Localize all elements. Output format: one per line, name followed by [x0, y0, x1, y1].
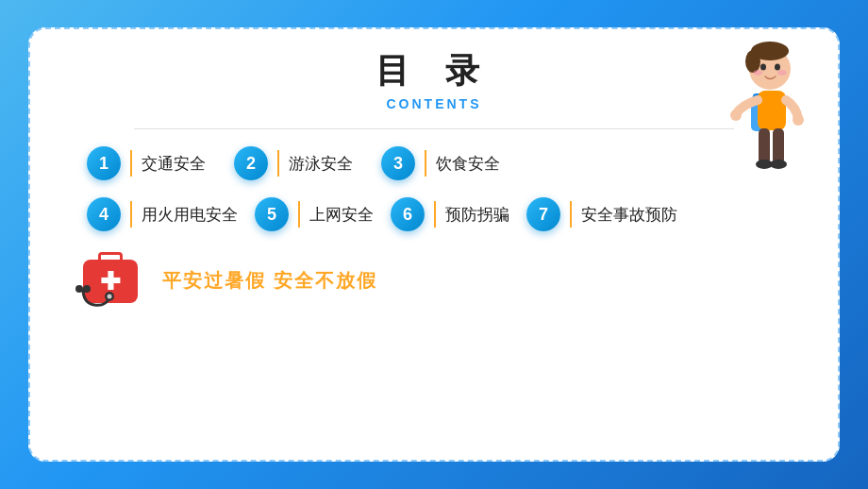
row1: 1 交通安全 2 游泳安全 3 饮食安全: [58, 146, 810, 180]
boy-character: [706, 39, 810, 180]
svg-point-19: [83, 285, 91, 293]
item-divider: [277, 150, 279, 177]
item-label-r2-3: 预防拐骗: [445, 204, 509, 226]
row2-item-3: 6 预防拐骗: [391, 197, 509, 231]
footer-text: 平安过暑假 安全不放假: [162, 268, 377, 294]
item-divider: [434, 201, 436, 228]
svg-point-2: [745, 50, 760, 73]
row1-item-3: 3 饮食安全: [381, 146, 500, 180]
item-divider: [298, 201, 300, 228]
num-circle-1: 1: [87, 146, 121, 180]
item-label-1: 交通安全: [142, 153, 206, 175]
row2: 4 用火用电安全 5 上网安全 6 预防拐骗 7 安全事故预防: [58, 197, 810, 231]
title-en: CONTENTS: [376, 96, 492, 111]
num-circle-7: 7: [526, 197, 560, 231]
item-label-r2-2: 上网安全: [309, 204, 374, 226]
row2-item-1: 4 用火用电安全: [87, 197, 238, 231]
item-label-r2-1: 用火用电安全: [142, 204, 238, 226]
svg-rect-13: [773, 128, 784, 164]
title-divider: [134, 128, 735, 129]
svg-point-3: [753, 70, 762, 76]
num-circle-2: 2: [234, 146, 268, 180]
svg-point-17: [108, 295, 112, 299]
svg-point-4: [777, 70, 787, 76]
svg-point-5: [760, 64, 766, 71]
row2-item-2: 5 上网安全: [255, 197, 374, 231]
item-divider: [425, 150, 426, 177]
main-card: 目 录 CONTENTS 1 交通安全 2 游泳安全 3 饮食安全 4 用火用电…: [28, 27, 840, 462]
svg-point-18: [75, 285, 83, 293]
row2-item-4: 7 安全事故预防: [526, 197, 677, 231]
kit-icon: ✚: [77, 252, 143, 309]
svg-point-11: [793, 114, 804, 126]
title-zh: 目 录: [376, 48, 492, 94]
item-label-2: 游泳安全: [289, 153, 353, 175]
svg-rect-9: [758, 91, 786, 130]
title-section: 目 录 CONTENTS: [376, 48, 492, 111]
num-circle-4: 4: [87, 197, 121, 231]
item-divider: [130, 150, 132, 177]
num-circle-3: 3: [381, 146, 415, 180]
item-label-3: 饮食安全: [436, 153, 500, 175]
row1-item-1: 1 交通安全: [87, 146, 206, 180]
num-circle-5: 5: [255, 197, 289, 231]
svg-point-15: [770, 160, 787, 169]
item-divider: [570, 201, 572, 228]
row1-item-2: 2 游泳安全: [234, 146, 353, 180]
item-divider: [130, 201, 132, 228]
num-circle-6: 6: [391, 197, 425, 231]
footer-row: ✚ 平安过暑假 安全不放假: [58, 252, 810, 309]
item-label-r2-4: 安全事故预防: [581, 204, 677, 226]
svg-point-10: [730, 110, 742, 121]
svg-rect-12: [759, 128, 770, 164]
svg-point-6: [775, 64, 780, 71]
